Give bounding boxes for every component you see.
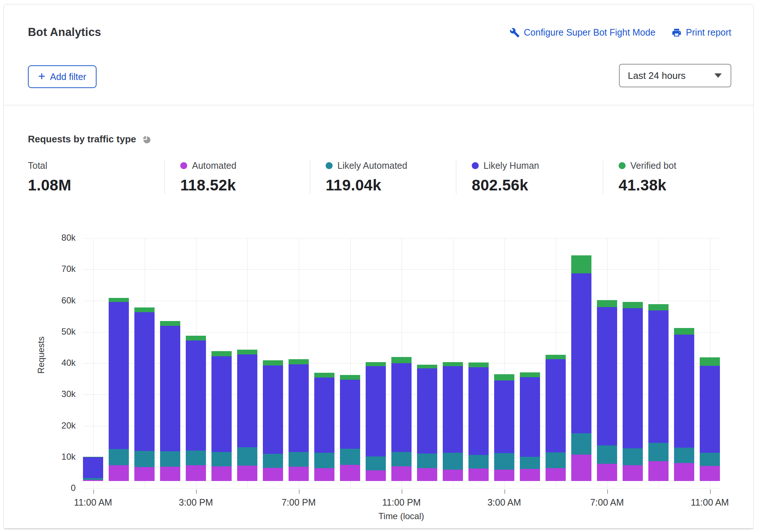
bar-segment-likely-human[interactable]: [263, 365, 283, 454]
bar-segment-likely-human[interactable]: [211, 356, 232, 452]
bar-segment-automated[interactable]: [134, 467, 155, 481]
bar-segment-likely-human[interactable]: [160, 326, 180, 451]
stacked-bar[interactable]: [366, 362, 386, 481]
bar-segment-automated[interactable]: [648, 461, 669, 481]
stacked-bar[interactable]: [417, 365, 437, 481]
bar-segment-likely-automated[interactable]: [700, 453, 720, 466]
bar-segment-automated[interactable]: [289, 467, 309, 481]
bar-segment-verified-bot[interactable]: [494, 374, 514, 381]
bar-segment-automated[interactable]: [571, 455, 591, 481]
stacked-bar[interactable]: [546, 355, 566, 481]
bar-segment-verified-bot[interactable]: [263, 360, 283, 365]
bar-segment-likely-automated[interactable]: [597, 445, 617, 464]
bar-segment-automated[interactable]: [263, 468, 283, 481]
stacked-bar[interactable]: [314, 373, 334, 481]
bar-segment-likely-automated[interactable]: [494, 453, 514, 469]
bar-segment-automated[interactable]: [597, 464, 617, 481]
stacked-bar[interactable]: [340, 375, 360, 481]
bar-segment-verified-bot[interactable]: [597, 300, 617, 307]
bar-segment-verified-bot[interactable]: [468, 362, 489, 367]
bar-segment-likely-automated[interactable]: [263, 454, 283, 468]
bar-segment-verified-bot[interactable]: [237, 350, 257, 354]
bar-segment-verified-bot[interactable]: [700, 357, 720, 366]
stacked-bar[interactable]: [134, 307, 155, 481]
bar-segment-likely-human[interactable]: [597, 307, 617, 445]
stacked-bar[interactable]: [289, 359, 309, 481]
bar-segment-likely-human[interactable]: [237, 354, 257, 447]
bar-segment-verified-bot[interactable]: [417, 365, 437, 368]
bar-segment-verified-bot[interactable]: [674, 328, 694, 335]
stacked-bar[interactable]: [571, 255, 591, 481]
bar-segment-automated[interactable]: [186, 465, 206, 481]
add-filter-button[interactable]: + Add filter: [28, 65, 97, 88]
stacked-bar[interactable]: [83, 457, 103, 481]
bar-segment-likely-automated[interactable]: [237, 447, 257, 466]
bar-segment-automated[interactable]: [160, 467, 180, 481]
bar-segment-likely-human[interactable]: [700, 366, 720, 453]
time-range-select[interactable]: Last 24 hours: [619, 64, 731, 87]
bar-segment-likely-human[interactable]: [109, 302, 129, 449]
bar-segment-verified-bot[interactable]: [520, 372, 540, 377]
bar-segment-likely-human[interactable]: [468, 367, 489, 455]
bar-segment-likely-automated[interactable]: [340, 449, 360, 465]
stacked-bar[interactable]: [674, 328, 694, 481]
stacked-bar[interactable]: [443, 362, 463, 481]
bar-segment-likely-automated[interactable]: [314, 453, 334, 468]
bar-segment-likely-automated[interactable]: [648, 443, 669, 461]
bar-segment-automated[interactable]: [700, 466, 720, 481]
bar-segment-likely-human[interactable]: [520, 377, 540, 457]
stacked-bar[interactable]: [494, 374, 514, 481]
bar-segment-automated[interactable]: [391, 466, 412, 481]
bar-segment-likely-automated[interactable]: [571, 433, 591, 455]
bar-segment-likely-automated[interactable]: [289, 452, 309, 467]
stacked-bar[interactable]: [160, 321, 180, 481]
stacked-bar[interactable]: [700, 357, 720, 481]
bar-segment-likely-automated[interactable]: [468, 455, 489, 469]
bar-segment-likely-automated[interactable]: [623, 448, 643, 465]
bar-segment-verified-bot[interactable]: [160, 321, 180, 326]
bar-segment-automated[interactable]: [494, 470, 514, 481]
bar-segment-verified-bot[interactable]: [186, 336, 206, 340]
bar-segment-automated[interactable]: [417, 468, 437, 481]
bar-segment-likely-human[interactable]: [314, 378, 334, 453]
bar-segment-verified-bot[interactable]: [391, 357, 412, 363]
bar-segment-likely-automated[interactable]: [109, 449, 129, 465]
stacked-bar[interactable]: [597, 300, 617, 481]
bar-segment-automated[interactable]: [443, 470, 463, 481]
bar-segment-automated[interactable]: [520, 469, 540, 481]
stacked-bar[interactable]: [520, 372, 540, 481]
bar-segment-likely-human[interactable]: [134, 312, 155, 451]
bar-segment-verified-bot[interactable]: [211, 351, 232, 356]
bar-segment-likely-automated[interactable]: [417, 453, 437, 468]
bar-segment-verified-bot[interactable]: [648, 304, 669, 310]
bar-segment-likely-human[interactable]: [623, 308, 643, 448]
bar-segment-likely-human[interactable]: [391, 363, 412, 452]
stacked-bar[interactable]: [237, 350, 257, 481]
bar-segment-verified-bot[interactable]: [443, 362, 463, 366]
bar-segment-likely-automated[interactable]: [443, 453, 463, 470]
bar-segment-likely-human[interactable]: [674, 335, 694, 448]
bar-segment-likely-human[interactable]: [83, 457, 103, 478]
stacked-bar[interactable]: [211, 351, 232, 481]
bar-segment-automated[interactable]: [83, 480, 103, 481]
bar-segment-automated[interactable]: [623, 465, 643, 481]
bar-segment-likely-automated[interactable]: [674, 448, 694, 463]
bar-segment-likely-human[interactable]: [443, 366, 463, 452]
bar-segment-automated[interactable]: [468, 469, 489, 481]
bar-segment-automated[interactable]: [211, 466, 232, 481]
bar-segment-likely-human[interactable]: [546, 359, 566, 452]
bar-segment-likely-human[interactable]: [494, 380, 514, 453]
bar-segment-automated[interactable]: [674, 463, 694, 481]
bar-segment-likely-automated[interactable]: [134, 451, 155, 467]
stacked-bar[interactable]: [186, 336, 206, 481]
bar-segment-automated[interactable]: [314, 468, 334, 481]
bar-segment-likely-automated[interactable]: [186, 451, 206, 465]
bar-segment-verified-bot[interactable]: [623, 302, 643, 308]
bar-segment-verified-bot[interactable]: [546, 355, 566, 360]
bar-segment-automated[interactable]: [366, 470, 386, 481]
bar-segment-likely-human[interactable]: [340, 380, 360, 449]
bar-segment-likely-human[interactable]: [648, 310, 669, 443]
bar-segment-verified-bot[interactable]: [134, 307, 155, 312]
bar-segment-verified-bot[interactable]: [289, 359, 309, 364]
bar-segment-likely-human[interactable]: [571, 273, 591, 434]
